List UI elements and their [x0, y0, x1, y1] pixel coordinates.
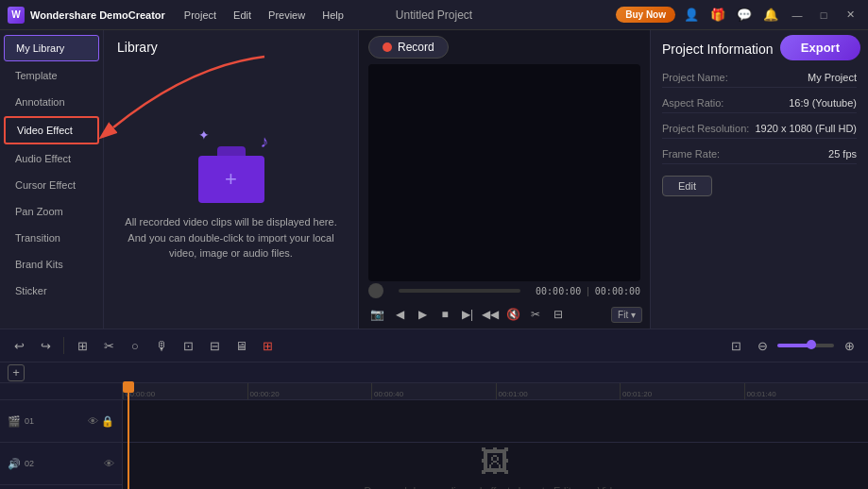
drop-icon: 🖼 — [365, 444, 627, 479]
undo-button[interactable]: ↩ — [8, 334, 30, 357]
tool-audio[interactable]: 🎙 — [150, 334, 173, 357]
toolbar-row: ↩ ↪ ⊞ ✂ ○ 🎙 ⊡ ⊟ 🖥 ⊞ ⊡ ⊖ ⊕ — [0, 329, 868, 363]
tool-media[interactable]: ⊡ — [177, 334, 199, 357]
audio-track-icon: 🔊 — [8, 458, 21, 470]
app-logo: W Wondershare DemoCreator — [8, 7, 165, 24]
play-btn[interactable]: ▶ — [412, 304, 433, 325]
track-label-video: 🎬 01 👁 🔒 — [0, 400, 122, 443]
stop-btn[interactable]: ■ — [434, 304, 455, 325]
ruler-mark-4: 00:01:20 — [620, 383, 744, 400]
clip-btn[interactable]: ✂ — [525, 304, 546, 325]
info-row-aspect: Aspect Ratio: 16:9 (Youtube) — [662, 93, 857, 113]
track-content-area: 00:00:00 00:00:20 00:00:40 00:01:00 00:0… — [123, 383, 868, 489]
time-total: 00:00:00 — [595, 286, 640, 296]
app-title: Wondershare DemoCreator — [30, 9, 165, 21]
preview-video — [368, 64, 640, 281]
title-bar: W Wondershare DemoCreator Project Edit P… — [0, 0, 868, 30]
toolbar-right: ⊡ ⊖ ⊕ — [724, 334, 860, 357]
redo-button[interactable]: ↪ — [34, 334, 57, 357]
audio-back-btn[interactable]: ◀◀ — [480, 304, 501, 325]
buy-now-button[interactable]: Buy Now — [616, 7, 675, 23]
message-icon[interactable]: 💬 — [734, 5, 755, 25]
track-label-audio-text: 02 — [25, 459, 34, 468]
track-controls: 👁 🔒 — [88, 415, 114, 428]
title-bar-right: Buy Now 👤 🎁 💬 🔔 — □ ✕ — [616, 5, 860, 25]
logo-icon: W — [8, 7, 25, 24]
sparkle-icon: ✦ — [198, 127, 210, 143]
folder-icon: + — [198, 156, 264, 203]
track-eye-btn-2[interactable]: 👁 — [104, 458, 114, 469]
split-btn[interactable]: ⊟ — [548, 304, 569, 325]
play-forward-btn[interactable]: ▶| — [457, 304, 478, 325]
project-edit-button[interactable]: Edit — [662, 176, 712, 196]
playhead-head — [123, 381, 134, 393]
track-eye-btn[interactable]: 👁 — [88, 415, 98, 428]
gift-icon[interactable]: 🎁 — [707, 5, 728, 25]
zoom-in-btn[interactable]: ⊕ — [838, 334, 860, 357]
sidebar-item-annotation[interactable]: Annotation — [4, 90, 99, 114]
export-button[interactable]: Export — [780, 35, 860, 60]
playback-controls: 📷 ◀ ▶ ■ ▶| ◀◀ 🔇 ✂ ⊟ Fit ▾ — [359, 300, 650, 329]
play-back-btn[interactable]: ◀ — [389, 304, 410, 325]
add-track-button[interactable]: + — [8, 364, 25, 381]
timeline-ruler: 00:00:00 00:00:20 00:00:40 00:01:00 00:0… — [123, 383, 868, 400]
screenshot-btn[interactable]: 📷 — [366, 304, 387, 325]
sidebar-item-cursor-effect[interactable]: Cursor Effect — [4, 173, 99, 197]
sidebar-item-brand-kits[interactable]: Brand Kits — [4, 252, 99, 277]
tool-split[interactable]: ⊞ — [71, 334, 94, 357]
sidebar-item-audio-effect[interactable]: Audio Effect — [4, 146, 99, 171]
minimize-button[interactable]: — — [787, 5, 808, 25]
video-track-icon: 🎬 — [8, 415, 21, 428]
sidebar-item-pan-zoom[interactable]: Pan Zoom — [4, 199, 99, 224]
folder-tab — [217, 146, 246, 156]
fit-timeline-btn[interactable]: ⊡ — [724, 334, 747, 357]
timeline-area: + 🎬 01 👁 🔒 🔊 02 👁 — [0, 363, 868, 489]
sidebar-item-sticker[interactable]: Sticker — [4, 278, 99, 303]
project-title: Untitled Project — [396, 8, 472, 22]
ruler-spacer — [0, 383, 122, 400]
zoom-slider[interactable] — [777, 344, 834, 347]
preview-panel: Record 00:00:00 | 00:00:00 📷 ◀ ▶ ■ ▶| ◀◀… — [359, 30, 651, 329]
music-icon: ♪ — [261, 132, 269, 152]
menu-help[interactable]: Help — [315, 6, 351, 25]
ruler-mark-1: 00:00:20 — [247, 383, 372, 400]
ruler-mark-3: 00:01:00 — [496, 383, 621, 400]
menu-preview[interactable]: Preview — [261, 6, 313, 25]
mute-btn[interactable]: 🔇 — [502, 304, 523, 325]
ruler-marks: 00:00:00 00:00:20 00:00:40 00:01:00 00:0… — [123, 383, 868, 400]
ruler-mark-5: 00:01:40 — [744, 383, 869, 400]
info-panel: Project Information Project Name: My Pro… — [651, 30, 868, 329]
timeline-header: + — [0, 363, 868, 383]
tool-screen[interactable]: 🖥 — [230, 334, 252, 357]
maximize-button[interactable]: □ — [813, 5, 834, 25]
sidebar-item-transition[interactable]: Transition — [4, 226, 99, 250]
ruler-mark-2: 00:00:40 — [371, 383, 496, 400]
library-content: ✦ ♪ + All recorded video clips will be d… — [104, 60, 358, 329]
audio-track-content[interactable]: 🖼 Drag and drop media and effects here t… — [123, 443, 868, 489]
drop-text: Drag and drop media and effects here to … — [365, 484, 627, 489]
progress-bar[interactable] — [399, 289, 520, 293]
user-icon[interactable]: 👤 — [681, 5, 702, 25]
sidebar-item-my-library[interactable]: My Library — [4, 35, 99, 61]
track-lock-btn[interactable]: 🔒 — [101, 415, 114, 428]
menu-edit[interactable]: Edit — [226, 6, 259, 25]
video-track-content[interactable] — [123, 400, 868, 443]
fit-button[interactable]: Fit ▾ — [611, 307, 642, 323]
progress-dot — [368, 283, 383, 298]
sidebar-item-video-effect[interactable]: Video Effect — [4, 116, 99, 144]
sidebar-item-template[interactable]: Template — [4, 63, 99, 88]
tool-overlay[interactable]: ⊞ — [256, 334, 279, 357]
tool-record[interactable]: ○ — [124, 334, 146, 357]
library-description: All recorded video clips will be display… — [125, 214, 336, 261]
notification-icon[interactable]: 🔔 — [760, 5, 781, 25]
record-dot-icon — [383, 42, 392, 52]
tool-text[interactable]: ⊟ — [203, 334, 226, 357]
track-label-audio: 🔊 02 👁 — [0, 443, 122, 485]
zoom-out-btn[interactable]: ⊖ — [751, 334, 774, 357]
menu-project[interactable]: Project — [177, 6, 224, 25]
main-layout: My Library Template Annotation Video Eff… — [0, 30, 868, 329]
record-button[interactable]: Record — [368, 36, 449, 59]
tool-trim[interactable]: ✂ — [97, 334, 120, 357]
close-button[interactable]: ✕ — [840, 5, 860, 25]
playhead[interactable] — [128, 383, 129, 489]
